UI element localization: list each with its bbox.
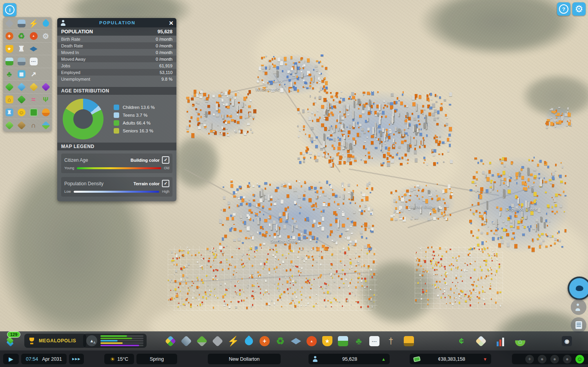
tool-healthcare[interactable]: + xyxy=(258,335,271,347)
notification-icon[interactable]: ● xyxy=(550,355,559,363)
age-legend-item: Seniors 16.3 % xyxy=(114,128,155,134)
demand-button[interactable]: ▲ xyxy=(83,334,147,348)
infoview-water-pollution[interactable] xyxy=(40,119,52,132)
checkbox-icon[interactable]: ✓ xyxy=(162,180,169,187)
infoview-zones-green[interactable] xyxy=(3,81,15,93)
tool-economy-budget[interactable]: ¢ xyxy=(455,335,468,347)
infoview-maintenance[interactable]: ⚙ xyxy=(40,30,52,42)
infoview-fire-rescue[interactable]: ▲ xyxy=(27,30,40,42)
infoview-trends[interactable]: ≈ xyxy=(27,94,40,106)
infoview-administration[interactable]: ♜ xyxy=(15,43,27,55)
tool-landscaping[interactable] xyxy=(196,335,208,347)
citizen-info-button[interactable] xyxy=(571,299,586,315)
infoview-healthcare[interactable]: + xyxy=(3,30,15,42)
tool-fire-rescue[interactable]: ▲ xyxy=(305,335,318,347)
checkbox-icon[interactable]: ✓ xyxy=(162,156,169,164)
tool-garbage[interactable]: ♻ xyxy=(274,335,287,347)
tool-progression[interactable]: ⌂ xyxy=(514,335,526,347)
infoview-workers[interactable] xyxy=(40,106,52,118)
infoview-garbage[interactable]: ♻ xyxy=(15,30,27,42)
sidebar-row: ⚡ xyxy=(3,17,52,30)
help-button[interactable]: ? xyxy=(557,2,570,16)
infoview-residential[interactable]: ⌂ xyxy=(3,94,15,106)
infoview-landmarks[interactable]: ♜ xyxy=(3,106,15,118)
communications-icon: ··· xyxy=(369,336,379,346)
infoview-routes[interactable]: ↗ xyxy=(27,68,40,80)
infoview-communications[interactable]: ··· xyxy=(27,55,40,67)
color-toggle[interactable]: Terrain color✓ xyxy=(134,180,169,187)
city-name-display[interactable]: New Dollarton xyxy=(208,354,281,364)
infoview-electronics[interactable] xyxy=(15,17,27,29)
age-legend-item: Teens 3.7 % xyxy=(114,112,155,118)
district-southeast-suburbs xyxy=(415,246,503,309)
infoview-transportation[interactable] xyxy=(3,55,15,67)
infoview-economy[interactable] xyxy=(27,106,40,118)
notification-icon[interactable]: ● xyxy=(563,355,572,363)
infoview-growth[interactable]: Ψ xyxy=(40,94,52,106)
infoview-parks[interactable]: ♣ xyxy=(3,68,15,80)
infoview-education[interactable] xyxy=(27,43,40,55)
money-display[interactable]: ¢38,383,158 ▼ xyxy=(410,354,491,364)
legend-row: Population DensityTerrain color✓LowHigh xyxy=(61,177,172,197)
level-badge: 129 xyxy=(7,331,20,338)
season-value: Spring xyxy=(150,356,164,362)
toggle-label: Building color xyxy=(131,158,160,163)
stat-row: Death Rate0 /month xyxy=(57,42,176,49)
infoview-water[interactable] xyxy=(40,17,52,29)
chirper-button[interactable] xyxy=(568,277,588,300)
tool-areas[interactable] xyxy=(180,335,192,347)
speed-control[interactable]: ▶▶▶ xyxy=(69,354,84,364)
stat-label: Death Rate xyxy=(61,43,83,48)
infoview-terrain[interactable] xyxy=(3,119,15,132)
workers-icon xyxy=(42,108,50,116)
infoview-land-value[interactable] xyxy=(15,94,27,106)
infoview-police[interactable]: ★ xyxy=(3,43,15,55)
journal-button[interactable] xyxy=(571,317,586,333)
tool-bulldozer[interactable] xyxy=(403,335,415,347)
settings-button[interactable]: ⚙ xyxy=(572,2,586,16)
tool-education[interactable] xyxy=(290,335,302,347)
close-icon[interactable]: × xyxy=(169,19,173,27)
transportation-icon xyxy=(338,336,348,346)
infoview-noise-pollution[interactable]: ∩ xyxy=(27,119,40,132)
infoview-welfare[interactable]: ▦ xyxy=(15,68,27,80)
infoview-zones-blue[interactable] xyxy=(15,81,27,93)
tool-city-information[interactable] xyxy=(475,335,487,347)
infoview-zones-purple[interactable] xyxy=(40,81,52,93)
speed-arrows-icon: ▶▶▶ xyxy=(72,357,80,361)
commercial-demand xyxy=(100,338,143,339)
sidebar-row: ♜☺ xyxy=(3,106,52,119)
happiness-notification-icon[interactable]: ☺ xyxy=(575,355,584,363)
electricity-icon: ⚡ xyxy=(29,20,38,27)
notification-icon[interactable]: ● xyxy=(538,355,546,363)
tool-roads[interactable] xyxy=(211,335,224,347)
notification-icon[interactable]: + xyxy=(525,355,534,363)
district-label: Wildercreek xyxy=(256,87,279,92)
age-distribution-header: AGE DISTRIBUTION xyxy=(57,87,176,95)
infoview-rail[interactable] xyxy=(15,55,27,67)
tool-transportation[interactable] xyxy=(337,335,349,347)
tool-electricity[interactable]: ⚡ xyxy=(227,335,240,347)
tool-parks-recreation[interactable]: ♣ xyxy=(352,335,365,347)
milestone-button[interactable]: MEGALOPOLIS xyxy=(24,334,86,348)
stat-label: Jobs xyxy=(61,63,70,68)
population-display[interactable]: 95,628 ▲ xyxy=(309,354,390,364)
water-sewage-icon xyxy=(243,335,254,347)
color-toggle[interactable]: Building color✓ xyxy=(131,156,169,164)
infoviews-button[interactable]: i xyxy=(3,3,16,16)
infoview-electricity[interactable]: ⚡ xyxy=(27,17,40,29)
tool-water-sewage[interactable] xyxy=(243,335,255,347)
infoview-zones-yellow[interactable] xyxy=(27,81,40,93)
infoview-happiness[interactable]: ☺ xyxy=(15,106,27,118)
tool-zoning[interactable] xyxy=(164,335,177,347)
infoview-roads[interactable] xyxy=(3,17,15,29)
tool-communications[interactable]: ··· xyxy=(368,335,381,347)
tool-terraforming[interactable]: † xyxy=(385,335,397,347)
stat-row: Jobs61,919 xyxy=(57,62,176,69)
infoview-soil[interactable] xyxy=(15,119,27,132)
play-button[interactable]: ▶ xyxy=(3,354,19,364)
tool-photo-mode[interactable]: ◉ xyxy=(561,335,573,347)
tool-police[interactable]: ★ xyxy=(321,335,334,347)
age-legend-item: Adults 66.4 % xyxy=(114,120,155,126)
tool-statistics[interactable] xyxy=(494,335,507,347)
